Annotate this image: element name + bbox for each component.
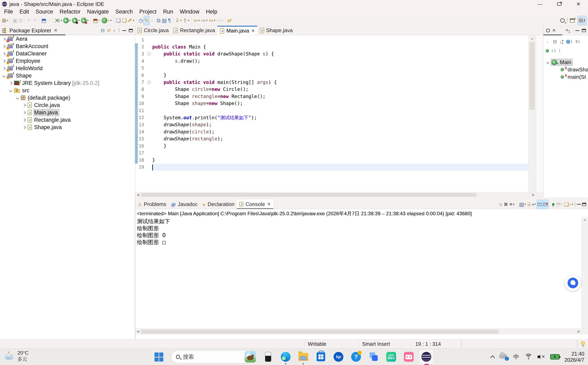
view-menu-icon[interactable]: ⁞ [118, 28, 120, 33]
tree-item--default-package-[interactable]: (default package) [0, 94, 135, 101]
expand-chevron-icon[interactable] [2, 37, 6, 41]
dropdown-arrow-icon[interactable]: ▾ [87, 19, 89, 22]
close-icon[interactable]: ✕ [267, 202, 271, 207]
dropdown-arrow-icon[interactable]: ▾ [214, 19, 216, 22]
next-edit-location-button[interactable]: ⇨✲ [201, 16, 208, 25]
java-perspective-button[interactable]: J [578, 16, 586, 25]
hide-local-types-icon[interactable]: L∖ [552, 48, 556, 54]
expand-chevron-icon[interactable] [546, 61, 550, 64]
open-remote-system-button[interactable]: ⬒ [41, 16, 47, 25]
close-icon[interactable]: ✕ [54, 28, 57, 33]
pin-console-button[interactable] [551, 200, 555, 209]
focus-icon[interactable]: ◐ [546, 37, 550, 46]
scroll-right-icon[interactable]: ▶ [532, 193, 535, 197]
ime-indicator[interactable]: 中 [514, 353, 519, 361]
expand-chevron-icon[interactable] [23, 111, 26, 114]
task-clock-button[interactable]: ◷ [138, 16, 144, 25]
terminate-button[interactable]: ■ [499, 200, 503, 209]
forward-button[interactable]: ⇨▾ [216, 16, 223, 25]
code-line-17[interactable]: 17 [135, 150, 528, 157]
taskbar-app-hp[interactable]: hp [333, 351, 344, 362]
code-line-12[interactable]: 12 System.out.println("测试结果如下"); [135, 114, 528, 121]
editor-tab-shape-java[interactable]: JShape.java [257, 26, 295, 35]
hidden-icons-chevron[interactable] [490, 355, 495, 360]
fold-collapse-icon[interactable]: − [147, 52, 151, 56]
dropdown-arrow-icon[interactable]: ▾ [78, 19, 80, 22]
dropdown-arrow-icon[interactable]: ▾ [133, 19, 134, 22]
expand-chevron-icon[interactable] [2, 59, 6, 63]
word-wrap-button[interactable]: ↵ [531, 200, 537, 209]
window-close-button[interactable]: ✕ [569, 0, 588, 8]
scroll-left-icon[interactable]: ◀ [137, 193, 139, 197]
show-whitespace-button[interactable]: ¶ [167, 16, 171, 25]
open-type-button[interactable]: ❏ [115, 16, 121, 25]
console-tab-javadoc[interactable]: @Javadoc [169, 199, 200, 209]
collapse-all-icon[interactable]: ⊟ [101, 28, 104, 33]
display-selected-console-button[interactable]: ⬒▾ [555, 200, 563, 209]
code-line-8[interactable]: 8 Shape circle=new Circle(); [135, 86, 528, 93]
expand-chevron-icon[interactable] [23, 118, 26, 121]
new-java-project-button[interactable]: ⬒✦ [92, 16, 101, 25]
link-with-editor-icon[interactable]: ⇄ [107, 28, 111, 33]
next-annotation-button[interactable]: ⇩▾ [175, 16, 182, 25]
editor-tab-circle-java[interactable]: JCircle.java [135, 26, 171, 35]
outline-class-main[interactable]: CMain [543, 58, 588, 66]
scroll-right-icon[interactable]: ▶ [578, 330, 580, 333]
external-tools-button[interactable]: ✐▾ [127, 16, 135, 25]
undo-button[interactable]: ↶ [26, 16, 32, 25]
maximize-button[interactable] [581, 200, 587, 209]
open-console-button[interactable]: ❏✦▾ [563, 200, 574, 209]
taskbar-app-edge[interactable] [280, 351, 291, 362]
console-vertical-scrollbar[interactable]: ▲ [581, 217, 588, 328]
show-stderr-change-button[interactable] [543, 200, 548, 209]
fold-collapse-icon[interactable]: − [147, 80, 151, 84]
minimize-button[interactable] [576, 200, 581, 209]
dropdown-arrow-icon[interactable]: ▾ [572, 203, 573, 206]
tree-item-datacleaner[interactable]: J!DataCleaner [0, 50, 135, 57]
view-menu-icon[interactable]: ⁞ [559, 48, 560, 54]
editor-tab-main-java[interactable]: JMain.java✕ [217, 26, 257, 35]
window-restore-button[interactable] [550, 0, 569, 8]
menu-project[interactable]: Project [136, 9, 160, 15]
expand-chevron-icon[interactable] [9, 81, 13, 85]
taskbar-app-file-explorer[interactable] [298, 351, 309, 362]
taskbar-app-bilibili[interactable] [403, 351, 414, 362]
tree-item-main-java[interactable]: JMain.java [0, 109, 135, 116]
menu-source[interactable]: Source [32, 9, 56, 15]
code-line-10[interactable]: 10 Shape shape=new Shape(); [135, 100, 528, 107]
outline-method-item[interactable]: SdrawSha [543, 66, 588, 73]
tip-bulb-icon[interactable] [581, 341, 585, 345]
close-icon[interactable]: ✕ [251, 28, 255, 34]
tree-item-bankaccount[interactable]: J!BankAccount [0, 42, 135, 50]
code-line-4[interactable]: 4 s.draw(); [135, 57, 528, 65]
code-line-9[interactable]: 9 Shape rectangle=new Rectangle(); [135, 93, 528, 100]
open-perspective-button[interactable]: ✦ [568, 16, 578, 25]
console-tab-console[interactable]: JConsole✕ [237, 199, 273, 209]
tree-item-circle-java[interactable]: JCircle.java [0, 101, 135, 109]
minimize-icon[interactable] [575, 30, 579, 31]
console-horizontal-scrollbar[interactable]: ◀ ▶ [135, 328, 588, 335]
window-minimize-button[interactable]: — [530, 0, 550, 8]
new-wizard-button[interactable]: ⊞▾ [1, 16, 9, 25]
code-line-5[interactable]: 5 [135, 64, 528, 72]
editor-vertical-scrollbar[interactable]: ▲ [528, 35, 536, 192]
dropdown-arrow-icon[interactable]: ▾ [561, 203, 563, 206]
previous-editor-button[interactable]: ▤ [161, 16, 167, 25]
scroll-up-icon[interactable]: ▲ [583, 218, 586, 221]
link-with-editor-button[interactable]: ⇄ [227, 16, 232, 25]
wifi-icon[interactable] [524, 354, 533, 360]
editor-horizontal-scrollbar[interactable]: ◀ ▶ [135, 192, 543, 197]
sort-icon[interactable]: ↓az [560, 37, 563, 46]
back-button[interactable]: ⇦▾ [208, 16, 216, 25]
remove-launch-button[interactable]: ✖ [503, 200, 509, 209]
code-line-13[interactable]: 13 drawShape(shape); [135, 121, 528, 128]
menu-window[interactable]: Window [176, 9, 203, 15]
tree-item-rectangle-java[interactable]: JRectangle.java [0, 116, 135, 124]
code-line-15[interactable]: 15 drawShape(rectangle); [135, 135, 528, 142]
taskbar-app-phone-link[interactable] [263, 351, 274, 362]
tree-item-employee[interactable]: J!Employee [0, 57, 135, 65]
minimize-icon[interactable] [122, 30, 126, 31]
mute-icon[interactable]: ✕ [538, 354, 546, 360]
expand-chevron-icon[interactable] [23, 126, 26, 129]
tree-item-src[interactable]: src [0, 87, 135, 94]
